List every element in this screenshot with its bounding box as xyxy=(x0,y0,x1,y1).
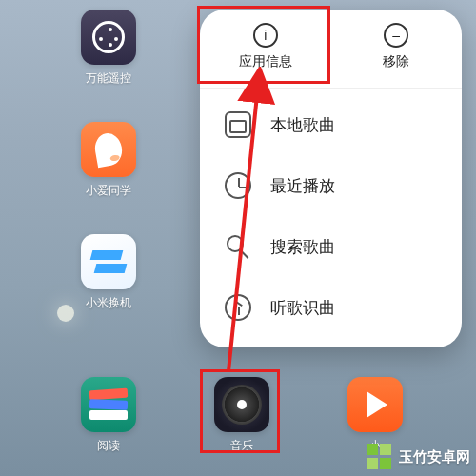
search-icon xyxy=(225,233,251,260)
app-label: 音乐 xyxy=(230,438,253,454)
shortcut-recent-played[interactable]: 最近播放 xyxy=(200,155,462,216)
video-icon xyxy=(347,377,403,432)
shortcut-recognize-song[interactable]: 听歌识曲 xyxy=(200,277,462,338)
music-icon xyxy=(214,377,269,432)
app-label: 阅读 xyxy=(97,438,120,454)
remove-button[interactable]: – 移除 xyxy=(331,10,463,88)
app-info-label: 应用信息 xyxy=(239,53,292,70)
shortcut-label: 最近播放 xyxy=(270,175,335,197)
home-screen: 万能遥控 小爱同学 小米换机 阅读 音乐 小 i 应用信息 – 移除 xyxy=(0,0,476,476)
app-universal-remote[interactable]: 万能遥控 xyxy=(78,10,139,87)
shortcut-label: 本地歌曲 xyxy=(270,114,335,136)
app-label: 小爱同学 xyxy=(86,183,131,199)
info-icon: i xyxy=(253,23,278,48)
shortcut-local-songs[interactable]: 本地歌曲 xyxy=(200,94,462,155)
remote-icon xyxy=(81,10,136,65)
xiaoai-icon xyxy=(81,122,136,177)
app-mi-switch[interactable]: 小米换机 xyxy=(78,234,139,311)
watermark-text: 玉竹安卓网 xyxy=(399,448,470,466)
app-context-menu: i 应用信息 – 移除 本地歌曲 最近播放 搜索歌曲 听 xyxy=(200,10,462,347)
app-label: 万能遥控 xyxy=(86,70,131,87)
app-label: 小米换机 xyxy=(86,295,131,311)
switch-icon xyxy=(81,234,136,289)
popup-header: i 应用信息 – 移除 xyxy=(200,10,462,89)
shortcut-label: 搜索歌曲 xyxy=(270,236,335,258)
clock-icon xyxy=(225,172,251,199)
recognize-icon xyxy=(225,294,251,321)
reader-icon xyxy=(81,377,136,432)
app-info-button[interactable]: i 应用信息 xyxy=(200,10,331,88)
remove-label: 移除 xyxy=(383,53,409,70)
app-reader[interactable]: 阅读 xyxy=(78,377,139,454)
shortcut-list: 本地歌曲 最近播放 搜索歌曲 听歌识曲 xyxy=(200,89,462,347)
remove-icon: – xyxy=(384,23,408,48)
shortcut-search-songs[interactable]: 搜索歌曲 xyxy=(200,216,462,277)
app-video[interactable]: 小 xyxy=(345,377,406,454)
shortcut-label: 听歌识曲 xyxy=(270,297,335,319)
app-music[interactable]: 音乐 xyxy=(211,377,272,454)
app-xiaoai[interactable]: 小爱同学 xyxy=(78,122,139,199)
watermark: 玉竹安卓网 xyxy=(367,444,470,470)
watermark-logo-icon xyxy=(367,444,393,470)
folder-icon xyxy=(225,111,251,138)
